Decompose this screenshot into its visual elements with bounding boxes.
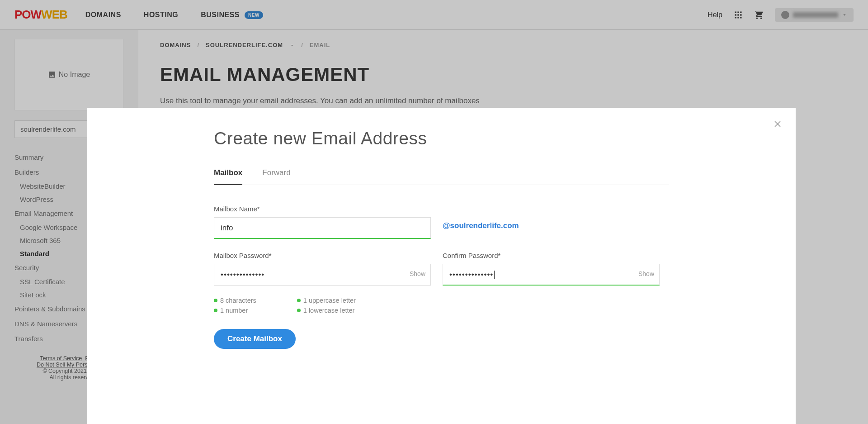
user-menu[interactable] (775, 8, 854, 22)
new-badge: NEW (245, 11, 263, 19)
mailbox-name-input[interactable] (214, 217, 431, 239)
crumb-sep: / (301, 42, 303, 48)
cart-icon[interactable] (754, 10, 764, 20)
confirm-password-input[interactable]: •••••••••••••• (443, 264, 660, 286)
create-email-modal: Create new Email Address Mailbox Forward… (87, 108, 796, 424)
rule-1upper: 1 uppercase letter (297, 295, 356, 305)
svg-rect-8 (740, 17, 741, 18)
page-title: EMAIL MANAGEMENT (160, 64, 836, 86)
show-password-button[interactable]: Show (410, 270, 425, 277)
rule-8chars: 8 characters (214, 295, 256, 305)
header: POWWEB DOMAINS HOSTING BUSINESS NEW Help (0, 0, 868, 30)
password-rules: 8 characters 1 number 1 uppercase letter… (214, 295, 669, 315)
crumb-domain[interactable]: SOULRENDERLIFE.COM (206, 42, 283, 48)
noimage-label: No Image (59, 71, 90, 79)
avatar-icon (781, 11, 789, 19)
tab-forward[interactable]: Forward (262, 168, 290, 185)
svg-rect-3 (735, 14, 736, 15)
chevron-down-icon (842, 12, 847, 18)
image-icon (48, 71, 56, 79)
nav-hosting[interactable]: HOSTING (144, 11, 178, 19)
tos-link[interactable]: Terms of Service (40, 355, 82, 362)
help-link[interactable]: Help (708, 11, 722, 19)
label-confirm: Confirm Password* (443, 252, 660, 259)
svg-rect-4 (737, 14, 739, 15)
main-nav: DOMAINS HOSTING BUSINESS NEW (85, 11, 263, 19)
nav-business-label: BUSINESS (201, 11, 240, 19)
logo[interactable]: POWWEB (14, 8, 67, 22)
rights: All rights reserv (49, 374, 88, 381)
close-button[interactable] (772, 119, 783, 129)
apps-icon[interactable] (733, 10, 743, 20)
close-icon (772, 119, 783, 129)
domain-suffix: @soulrenderlife.com (443, 221, 519, 230)
text-caret (494, 271, 495, 279)
breadcrumb: DOMAINS / SOULRENDERLIFE.COM / EMAIL (160, 42, 836, 48)
rule-1number: 1 number (214, 305, 256, 315)
crumb-email: EMAIL (310, 42, 330, 48)
modal-title: Create new Email Address (214, 129, 669, 148)
logo-part1: POW (14, 8, 41, 21)
page-subtitle: Use this tool to manage your email addre… (160, 96, 836, 105)
crumb-sep: / (197, 42, 199, 48)
chevron-down-icon[interactable] (289, 43, 295, 48)
tab-mailbox[interactable]: Mailbox (214, 168, 242, 185)
user-name-blurred (793, 12, 838, 18)
svg-rect-6 (735, 17, 736, 18)
nav-domains[interactable]: DOMAINS (85, 11, 121, 19)
logo-part2: WEB (41, 8, 67, 21)
svg-rect-2 (740, 11, 741, 13)
svg-rect-5 (740, 14, 741, 15)
svg-rect-7 (737, 17, 739, 18)
modal-tabs: Mailbox Forward (214, 168, 669, 185)
rule-1lower: 1 lowercase letter (297, 305, 356, 315)
site-preview: No Image (14, 39, 123, 110)
confirm-value: •••••••••••••• (449, 270, 493, 279)
password-input[interactable] (214, 264, 431, 286)
label-mailbox-name: Mailbox Name* (214, 205, 431, 213)
svg-rect-1 (737, 11, 739, 13)
label-password: Mailbox Password* (214, 252, 431, 259)
nav-business[interactable]: BUSINESS NEW (201, 11, 263, 19)
crumb-domains[interactable]: DOMAINS (160, 42, 191, 48)
show-confirm-button[interactable]: Show (638, 270, 654, 277)
create-mailbox-button[interactable]: Create Mailbox (214, 329, 296, 349)
svg-rect-0 (735, 11, 736, 13)
